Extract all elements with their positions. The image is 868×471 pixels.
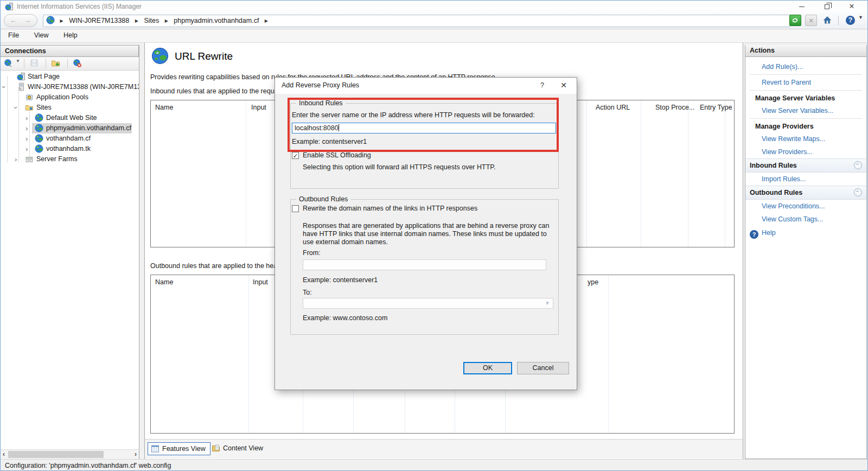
column-header-name[interactable]: Name [155,104,173,111]
column-header-name[interactable]: Name [155,278,173,286]
column-header-input[interactable]: Input [253,278,268,286]
site-globe-icon [35,134,43,143]
action-add-rules[interactable]: Add Rule(s)... [745,60,866,73]
help-dropdown-icon[interactable]: ▼ [858,15,863,20]
scroll-left-icon[interactable]: ‹ [3,450,5,458]
divider [67,59,68,68]
tree-item-vothanhdam-tk[interactable]: › vothanhdam.tk [1,144,139,154]
ssl-note-label: Selecting this option will forward all H… [303,163,495,171]
site-globe-icon [35,144,43,153]
expand-chevron-icon[interactable]: › [15,154,17,164]
status-bar: Configuration: 'phpmyadmin.vothanhdam.cf… [1,459,868,471]
tab-content-view[interactable]: Content View [209,442,267,455]
restore-button[interactable] [814,1,839,12]
connect-dropdown-icon[interactable]: ▼ [16,59,20,63]
help-icon[interactable]: ? [845,15,857,26]
action-revert-to-parent[interactable]: Revert to Parent [745,76,866,89]
stop-icon[interactable]: ✕ [805,15,817,26]
forward-button[interactable]: → [24,16,31,24]
app-pools-icon [25,93,34,101]
breadcrumb-site[interactable]: phpmyadmin.vothanhdam.cf [174,17,259,24]
collapse-section-icon[interactable] [854,161,862,169]
action-view-rewrite-maps[interactable]: View Rewrite Maps... [745,132,866,145]
expand-chevron-icon[interactable]: › [25,123,28,133]
refresh-icon[interactable] [789,15,801,26]
column-header-entry-type[interactable]: Entry Type [700,104,732,111]
expand-chevron-icon[interactable]: › [25,133,28,144]
section-outbound-rules[interactable]: Outbound Rules [745,186,866,200]
export-folder-icon[interactable] [50,59,61,68]
column-separator [246,100,246,247]
close-button[interactable]: ✕ [839,1,864,12]
breadcrumb-server[interactable]: WIN-J0RE7M13388 [69,17,129,24]
scroll-right-icon[interactable]: › [135,450,137,458]
home-icon[interactable] [821,15,833,26]
column-header-action-url[interactable]: Action URL [596,104,630,111]
action-help[interactable]: ?Help [745,226,866,241]
expand-chevron-icon[interactable]: › [25,113,28,123]
restore-icon [825,4,829,9]
to-combobox[interactable]: ▼ [303,298,553,309]
column-header-stop-processing[interactable]: Stop Proce... [655,104,694,111]
action-view-custom-tags[interactable]: View Custom Tags... [745,213,866,226]
minimize-button[interactable] [789,1,814,12]
tree-item-default-web-site[interactable]: › Default Web Site [1,113,139,123]
tree-item-vothanhdam-cf[interactable]: › vothanhdam.cf [1,133,139,144]
menu-file[interactable]: File [2,29,25,41]
nav-action-icons: ✕ ? ▼ [787,15,863,27]
column-header-input[interactable]: Input [251,104,266,111]
collapse-chevron-icon[interactable]: › [11,106,21,109]
tree-item-phpmyadmin-site[interactable]: › phpmyadmin.vothanhdam.cf [1,123,139,133]
menu-view[interactable]: View [28,29,55,41]
rewrite-domains-checkbox[interactable] [292,205,299,212]
collapse-section-icon[interactable] [854,188,862,196]
remove-connection-icon[interactable] [72,59,83,68]
collapse-chevron-icon[interactable]: › [1,86,9,88]
tree-item-sites[interactable]: › Sites [1,103,139,113]
dialog-help-icon[interactable]: ? [540,81,544,89]
breadcrumb-arrow-icon: ▶ [165,18,168,23]
red-highlight-annotation [288,98,559,152]
expand-chevron-icon[interactable]: › [25,144,28,154]
save-icon[interactable] [29,59,40,68]
horizontal-scrollbar[interactable]: ‹ › [1,449,139,459]
iis-manager-window: Internet Information Services (IIS) Mana… [0,0,868,471]
action-import-rules[interactable]: Import Rules... [745,173,866,186]
history-buttons: ← → [4,14,37,27]
breadcrumb-sites[interactable]: Sites [144,17,159,24]
tree-item-application-pools[interactable]: Application Pools [1,92,139,103]
cancel-button[interactable]: Cancel [517,362,569,374]
tab-features-view[interactable]: Features View [148,442,210,455]
column-separator [586,100,587,247]
menu-help[interactable]: Help [57,29,84,41]
from-input[interactable] [303,259,546,270]
connections-header: Connections [1,45,139,57]
from-label: From: [303,249,321,257]
action-view-providers[interactable]: View Providers... [745,145,866,158]
dialog-close-icon[interactable]: ✕ [560,81,567,90]
navigation-bar: ← → ▶ WIN-J0RE7M13388 ▶ Sites ▶ phpmyadm… [1,12,868,29]
address-bar[interactable]: ▶ WIN-J0RE7M13388 ▶ Sites ▶ phpmyadmin.v… [43,15,790,27]
enable-ssl-offloading-label[interactable]: Enable SSL Offloading [303,151,371,159]
section-inbound-rules[interactable]: Inbound Rules [745,158,866,173]
rewrite-domains-label[interactable]: Rewrite the domain names of the links in… [303,205,477,212]
divider [750,90,862,91]
back-button[interactable]: ← [10,16,17,24]
column-header-type-partial[interactable]: ype [588,278,598,286]
tree-item-start-page[interactable]: Start Page [1,72,139,82]
to-example-label: Example: www.contoso.com [303,314,387,322]
content-view-icon [212,444,220,453]
connect-globe-icon[interactable] [3,59,14,68]
scrollbar-thumb[interactable] [8,451,104,458]
server-icon [17,82,25,91]
divider [750,118,862,119]
ok-button[interactable]: OK [463,362,512,374]
action-view-server-variables[interactable]: View Server Variables... [745,104,866,117]
window-title: Internet Information Services (IIS) Mana… [17,3,142,10]
tree-item-server[interactable]: › WIN-J0RE7M13388 (WIN-J0RE7M13388\A [1,82,139,92]
tree-item-server-farms[interactable]: › Server Farms [1,154,139,164]
action-view-preconditions[interactable]: View Preconditions... [745,200,866,213]
enable-ssl-offloading-checkbox[interactable]: ✓ [292,152,299,159]
divider [838,16,839,26]
dialog-title: Add Reverse Proxy Rules [282,81,359,89]
